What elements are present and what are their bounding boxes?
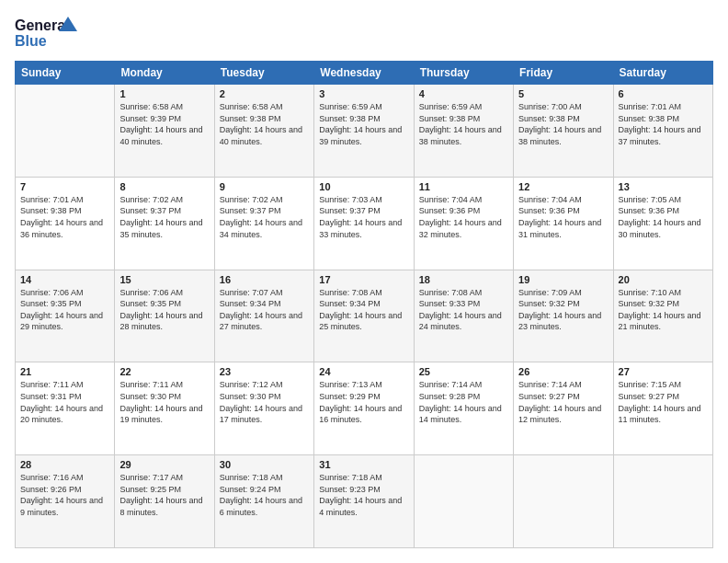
weekday-sunday: Sunday (16, 62, 115, 85)
cell-info: Sunrise: 7:12 AM Sunset: 9:30 PM Dayligh… (220, 379, 309, 425)
week-row-2: 14Sunrise: 7:06 AM Sunset: 9:35 PM Dayli… (16, 270, 713, 362)
header: GeneralBlue (15, 15, 713, 52)
week-row-0: 1Sunrise: 6:58 AM Sunset: 9:39 PM Daylig… (16, 85, 713, 178)
calendar-cell: 11Sunrise: 7:04 AM Sunset: 9:36 PM Dayli… (414, 177, 513, 270)
day-number: 13 (619, 181, 708, 192)
calendar-cell: 19Sunrise: 7:09 AM Sunset: 9:32 PM Dayli… (514, 270, 613, 362)
cell-info: Sunrise: 7:14 AM Sunset: 9:28 PM Dayligh… (419, 379, 508, 425)
cell-info: Sunrise: 7:08 AM Sunset: 9:34 PM Dayligh… (319, 287, 408, 333)
cell-info: Sunrise: 7:18 AM Sunset: 9:24 PM Dayligh… (220, 472, 309, 518)
day-number: 7 (20, 181, 109, 192)
calendar-cell: 29Sunrise: 7:17 AM Sunset: 9:25 PM Dayli… (115, 455, 214, 548)
cell-info: Sunrise: 7:06 AM Sunset: 9:35 PM Dayligh… (20, 287, 109, 333)
cell-info: Sunrise: 7:18 AM Sunset: 9:23 PM Dayligh… (319, 472, 408, 518)
day-number: 31 (319, 459, 408, 470)
calendar-cell: 21Sunrise: 7:11 AM Sunset: 9:31 PM Dayli… (16, 362, 115, 455)
calendar-cell: 27Sunrise: 7:15 AM Sunset: 9:27 PM Dayli… (613, 362, 712, 455)
calendar-cell (613, 455, 712, 548)
day-number: 21 (20, 366, 109, 377)
calendar-cell (514, 455, 613, 548)
day-number: 19 (518, 274, 608, 285)
cell-info: Sunrise: 7:11 AM Sunset: 9:31 PM Dayligh… (20, 379, 109, 425)
day-number: 9 (220, 181, 309, 192)
cell-info: Sunrise: 7:02 AM Sunset: 9:37 PM Dayligh… (220, 194, 309, 240)
weekday-friday: Friday (514, 62, 613, 85)
day-number: 15 (119, 274, 209, 285)
cell-info: Sunrise: 7:03 AM Sunset: 9:37 PM Dayligh… (319, 194, 408, 240)
day-number: 11 (419, 181, 508, 192)
day-number: 16 (220, 274, 309, 285)
calendar-cell: 6Sunrise: 7:01 AM Sunset: 9:38 PM Daylig… (613, 85, 712, 178)
day-number: 17 (319, 274, 408, 285)
calendar-cell: 24Sunrise: 7:13 AM Sunset: 9:29 PM Dayli… (314, 362, 414, 455)
week-row-3: 21Sunrise: 7:11 AM Sunset: 9:31 PM Dayli… (16, 362, 713, 455)
cell-info: Sunrise: 6:58 AM Sunset: 9:38 PM Dayligh… (220, 101, 309, 147)
day-number: 23 (220, 366, 309, 377)
calendar-table: SundayMondayTuesdayWednesdayThursdayFrid… (15, 61, 713, 548)
calendar-cell: 5Sunrise: 7:00 AM Sunset: 9:38 PM Daylig… (514, 85, 613, 178)
cell-info: Sunrise: 7:02 AM Sunset: 9:37 PM Dayligh… (119, 194, 209, 240)
calendar-cell: 23Sunrise: 7:12 AM Sunset: 9:30 PM Dayli… (214, 362, 313, 455)
cell-info: Sunrise: 7:06 AM Sunset: 9:35 PM Dayligh… (119, 287, 209, 333)
calendar-cell: 13Sunrise: 7:05 AM Sunset: 9:36 PM Dayli… (613, 177, 712, 270)
day-number: 29 (119, 459, 209, 470)
calendar-cell: 14Sunrise: 7:06 AM Sunset: 9:35 PM Dayli… (16, 270, 115, 362)
weekday-saturday: Saturday (613, 62, 712, 85)
calendar-cell: 26Sunrise: 7:14 AM Sunset: 9:27 PM Dayli… (514, 362, 613, 455)
weekday-thursday: Thursday (414, 62, 513, 85)
calendar-cell: 31Sunrise: 7:18 AM Sunset: 9:23 PM Dayli… (314, 455, 414, 548)
day-number: 8 (119, 181, 209, 192)
calendar-cell: 3Sunrise: 6:59 AM Sunset: 9:38 PM Daylig… (314, 85, 414, 178)
day-number: 10 (319, 181, 408, 192)
week-row-1: 7Sunrise: 7:01 AM Sunset: 9:38 PM Daylig… (16, 177, 713, 270)
cell-info: Sunrise: 7:16 AM Sunset: 9:26 PM Dayligh… (20, 472, 109, 518)
cell-info: Sunrise: 6:59 AM Sunset: 9:38 PM Dayligh… (419, 101, 508, 147)
cell-info: Sunrise: 7:08 AM Sunset: 9:33 PM Dayligh… (419, 287, 508, 333)
cell-info: Sunrise: 7:14 AM Sunset: 9:27 PM Dayligh… (518, 379, 608, 425)
cell-info: Sunrise: 7:10 AM Sunset: 9:32 PM Dayligh… (619, 287, 708, 333)
logo: GeneralBlue (15, 15, 79, 52)
cell-info: Sunrise: 7:00 AM Sunset: 9:38 PM Dayligh… (518, 101, 608, 147)
calendar-cell: 25Sunrise: 7:14 AM Sunset: 9:28 PM Dayli… (414, 362, 513, 455)
day-number: 4 (419, 88, 508, 99)
day-number: 1 (119, 88, 209, 99)
calendar-cell: 18Sunrise: 7:08 AM Sunset: 9:33 PM Dayli… (414, 270, 513, 362)
cell-info: Sunrise: 7:04 AM Sunset: 9:36 PM Dayligh… (518, 194, 608, 240)
cell-info: Sunrise: 7:09 AM Sunset: 9:32 PM Dayligh… (518, 287, 608, 333)
page: GeneralBlue SundayMondayTuesdayWednesday… (0, 0, 728, 563)
day-number: 3 (319, 88, 408, 99)
day-number: 18 (419, 274, 508, 285)
cell-info: Sunrise: 7:15 AM Sunset: 9:27 PM Dayligh… (619, 379, 708, 425)
day-number: 6 (619, 88, 708, 99)
svg-text:Blue: Blue (15, 33, 47, 49)
cell-info: Sunrise: 6:59 AM Sunset: 9:38 PM Dayligh… (319, 101, 408, 147)
calendar-cell (414, 455, 513, 548)
calendar-cell: 30Sunrise: 7:18 AM Sunset: 9:24 PM Dayli… (214, 455, 313, 548)
cell-info: Sunrise: 7:01 AM Sunset: 9:38 PM Dayligh… (20, 194, 109, 240)
calendar-cell: 9Sunrise: 7:02 AM Sunset: 9:37 PM Daylig… (214, 177, 313, 270)
calendar-cell: 8Sunrise: 7:02 AM Sunset: 9:37 PM Daylig… (115, 177, 214, 270)
calendar-cell: 1Sunrise: 6:58 AM Sunset: 9:39 PM Daylig… (115, 85, 214, 178)
day-number: 5 (518, 88, 608, 99)
day-number: 22 (119, 366, 209, 377)
day-number: 27 (619, 366, 708, 377)
calendar-cell: 10Sunrise: 7:03 AM Sunset: 9:37 PM Dayli… (314, 177, 414, 270)
day-number: 14 (20, 274, 109, 285)
day-number: 12 (518, 181, 608, 192)
cell-info: Sunrise: 7:05 AM Sunset: 9:36 PM Dayligh… (619, 194, 708, 240)
cell-info: Sunrise: 7:07 AM Sunset: 9:34 PM Dayligh… (220, 287, 309, 333)
day-number: 30 (220, 459, 309, 470)
cell-info: Sunrise: 7:04 AM Sunset: 9:36 PM Dayligh… (419, 194, 508, 240)
cell-info: Sunrise: 7:11 AM Sunset: 9:30 PM Dayligh… (119, 379, 209, 425)
day-number: 26 (518, 366, 608, 377)
cell-info: Sunrise: 7:17 AM Sunset: 9:25 PM Dayligh… (119, 472, 209, 518)
cell-info: Sunrise: 7:01 AM Sunset: 9:38 PM Dayligh… (619, 101, 708, 147)
cell-info: Sunrise: 7:13 AM Sunset: 9:29 PM Dayligh… (319, 379, 408, 425)
day-number: 2 (220, 88, 309, 99)
weekday-monday: Monday (115, 62, 214, 85)
day-number: 25 (419, 366, 508, 377)
calendar-cell: 20Sunrise: 7:10 AM Sunset: 9:32 PM Dayli… (613, 270, 712, 362)
day-number: 24 (319, 366, 408, 377)
cell-info: Sunrise: 6:58 AM Sunset: 9:39 PM Dayligh… (119, 101, 209, 147)
calendar-cell (16, 85, 115, 178)
